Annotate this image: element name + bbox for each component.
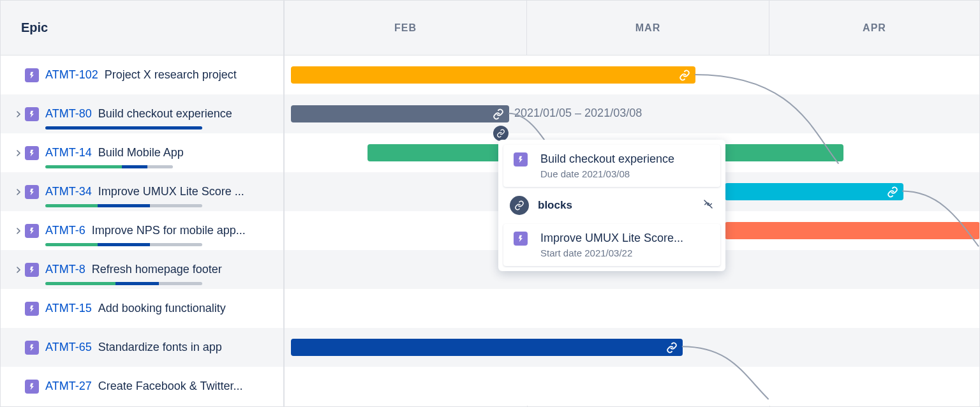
expand-chevron-icon[interactable] bbox=[13, 228, 24, 234]
epic-summary[interactable]: Improve UMUX Lite Score ... bbox=[98, 185, 244, 198]
epic-list: ATMT-102Project X research projectATMT-8… bbox=[1, 56, 285, 407]
epic-key[interactable]: ATMT-14 bbox=[45, 146, 92, 159]
dependency-link-icon[interactable] bbox=[886, 185, 900, 199]
epic-icon bbox=[514, 232, 528, 246]
dependency-relation-label: blocks bbox=[538, 199, 572, 212]
epic-key[interactable]: ATMT-6 bbox=[45, 224, 85, 237]
timeline-row bbox=[285, 328, 979, 367]
dependency-popover: Build checkout experience Due date 2021/… bbox=[498, 140, 725, 271]
expand-chevron-icon[interactable] bbox=[13, 267, 24, 273]
dependency-to-title: Improve UMUX Lite Score... bbox=[540, 232, 683, 245]
epic-icon bbox=[25, 302, 39, 316]
epic-row[interactable]: ATMT-15Add booking functionality bbox=[1, 289, 283, 328]
epic-bar[interactable] bbox=[725, 183, 903, 200]
timeline-row bbox=[285, 56, 979, 94]
timeline-area[interactable]: 2021/01/05 – 2021/03/08 Build checkout e… bbox=[285, 56, 979, 407]
dependency-handle[interactable] bbox=[493, 126, 509, 141]
epic-key[interactable]: ATMT-102 bbox=[45, 68, 98, 82]
epic-key[interactable]: ATMT-8 bbox=[45, 263, 85, 276]
epic-column-label: Epic bbox=[21, 20, 48, 35]
epic-summary[interactable]: Improve NPS for mobile app... bbox=[92, 224, 246, 237]
dependency-link-icon[interactable] bbox=[665, 341, 679, 355]
progress-bar bbox=[45, 243, 202, 246]
progress-bar bbox=[45, 282, 202, 285]
epic-key[interactable]: ATMT-15 bbox=[45, 302, 92, 315]
epic-summary[interactable]: Refresh homepage footer bbox=[92, 263, 222, 276]
roadmap-body: ATMT-102Project X research projectATMT-8… bbox=[1, 56, 979, 407]
dependency-from-card[interactable]: Build checkout experience Due date 2021/… bbox=[503, 145, 720, 187]
link-icon bbox=[510, 196, 529, 215]
dependency-from-title: Build checkout experience bbox=[540, 152, 674, 166]
month-col-feb: FEB bbox=[285, 1, 527, 55]
epic-key[interactable]: ATMT-80 bbox=[45, 107, 92, 121]
epic-summary[interactable]: Project X research project bbox=[105, 68, 237, 82]
epic-summary[interactable]: Standardize fonts in app bbox=[98, 341, 222, 354]
dependency-link-icon[interactable] bbox=[678, 68, 692, 82]
month-col-mar: MAR bbox=[527, 1, 769, 55]
progress-bar bbox=[45, 165, 173, 168]
bar-date-label: 2021/01/05 – 2021/03/08 bbox=[514, 107, 642, 120]
expand-chevron-icon[interactable] bbox=[13, 150, 24, 156]
epic-row[interactable]: ATMT-65Standardize fonts in app bbox=[1, 328, 283, 367]
months-header: FEB MAR APR bbox=[285, 1, 979, 55]
roadmap-view: Epic FEB MAR APR ATMT-102Project X resea… bbox=[0, 0, 980, 407]
epic-icon bbox=[25, 263, 39, 277]
dependency-link-icon[interactable] bbox=[491, 107, 505, 121]
timeline-header: Epic FEB MAR APR bbox=[1, 1, 979, 56]
epic-icon bbox=[514, 152, 528, 166]
epic-bar[interactable] bbox=[725, 222, 979, 239]
epic-icon bbox=[25, 68, 39, 82]
epic-icon bbox=[25, 185, 39, 199]
epic-row[interactable]: ATMT-8Refresh homepage footer bbox=[1, 250, 283, 289]
epic-row[interactable]: ATMT-27Create Facebook & Twitter... bbox=[1, 367, 283, 406]
epic-summary[interactable]: Build checkout experience bbox=[98, 107, 232, 121]
epic-row[interactable]: ATMT-6Improve NPS for mobile app... bbox=[1, 211, 283, 250]
epic-key[interactable]: ATMT-65 bbox=[45, 341, 92, 354]
epic-row[interactable]: ATMT-102Project X research project bbox=[1, 56, 283, 94]
epic-row[interactable]: ATMT-80Build checkout experience bbox=[1, 94, 283, 133]
epic-bar[interactable] bbox=[291, 339, 683, 356]
month-col-apr: APR bbox=[769, 1, 979, 55]
expand-chevron-icon[interactable] bbox=[13, 189, 24, 195]
progress-bar bbox=[45, 204, 202, 207]
dependency-to-card[interactable]: Improve UMUX Lite Score... Start date 20… bbox=[503, 224, 720, 266]
epic-icon bbox=[25, 224, 39, 238]
epic-icon bbox=[25, 146, 39, 160]
epic-bar[interactable] bbox=[291, 105, 509, 122]
dependency-to-sub: Start date 2021/03/22 bbox=[540, 248, 683, 258]
dependency-from-sub: Due date 2021/03/08 bbox=[540, 168, 674, 179]
epic-icon bbox=[25, 341, 39, 355]
epic-summary[interactable]: Add booking functionality bbox=[98, 302, 226, 315]
epic-icon bbox=[25, 380, 39, 394]
epic-row[interactable]: ATMT-34Improve UMUX Lite Score ... bbox=[1, 172, 283, 211]
unlink-button[interactable] bbox=[702, 198, 714, 212]
epic-key[interactable]: ATMT-27 bbox=[45, 380, 92, 393]
timeline-row: 2021/01/05 – 2021/03/08 bbox=[285, 94, 979, 133]
epic-icon bbox=[25, 107, 39, 121]
epic-key[interactable]: ATMT-34 bbox=[45, 185, 92, 198]
epic-summary[interactable]: Build Mobile App bbox=[98, 146, 184, 159]
progress-bar bbox=[45, 126, 202, 130]
expand-chevron-icon[interactable] bbox=[13, 111, 24, 117]
epic-row[interactable]: ATMT-14Build Mobile App bbox=[1, 133, 283, 172]
timeline-row bbox=[285, 289, 979, 328]
dependency-relation-row: blocks bbox=[503, 191, 720, 220]
epic-bar[interactable] bbox=[291, 66, 695, 84]
epic-column-header: Epic bbox=[1, 1, 285, 55]
timeline-row bbox=[285, 367, 979, 406]
epic-summary[interactable]: Create Facebook & Twitter... bbox=[98, 380, 243, 393]
